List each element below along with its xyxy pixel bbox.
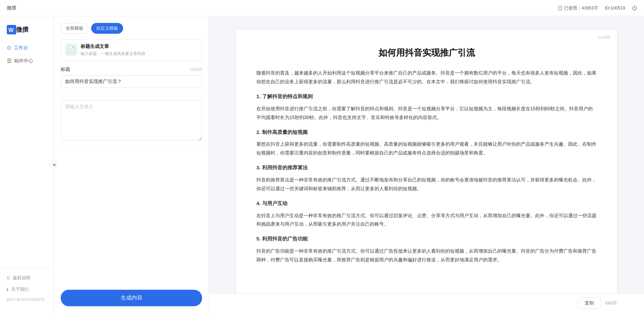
logo: W 微撰 — [0, 22, 54, 41]
title-input[interactable] — [61, 75, 202, 88]
section-4-heading: 4. 与用户互动 — [256, 199, 597, 208]
sidebar-item-about[interactable]: ℹ 关于我们 — [0, 284, 54, 295]
copyright-icon: © — [7, 276, 10, 281]
doc-page: 11/100 如何用抖音实现推广引流 随着抖音的普及，越来越多的人开始利用这个短… — [236, 30, 617, 293]
drafts-icon: ☰ — [7, 58, 11, 64]
template-card-title-article[interactable]: 📄 标题生成文章 输入标题，一键生成高质量文章内容 — [61, 39, 202, 61]
section-4-content: 在抖音上与用户互动是一种非常有效的推广引流方式。你可以通过回复评论、点赞、分享等… — [256, 211, 597, 229]
id-label: ID:100519 — [605, 5, 625, 10]
sidebar-item-workbench[interactable]: ⊙ 工作台 — [0, 41, 54, 54]
sidebar-item-copyright[interactable]: © 版权说明 — [0, 272, 54, 284]
tab-custom-templates[interactable]: 自定义模板 — [91, 23, 123, 34]
section-1-heading: 1. 了解抖音的特点和规则 — [256, 92, 597, 101]
sidebar-bottom: © 版权说明 ℹ 关于我们 皖ICP备2022018846号 — [0, 268, 54, 308]
section-3-content: 抖音的推荐算法是一种非常有效的推广引流方式。通过不断地发布和分享自己的短视频，你… — [256, 176, 597, 193]
section-3-heading: 3. 利用抖音的推荐算法 — [256, 163, 597, 172]
logo-text: 微撰 — [16, 26, 28, 34]
template-card-icon: 📄 — [65, 44, 77, 56]
word-count: 693字 — [605, 300, 617, 306]
icp-text: 皖ICP备2022018846号 — [0, 295, 54, 304]
left-panel: 全部模板 自定义模板 📄 标题生成文章 输入标题，一键生成高质量文章内容 标题 … — [54, 16, 209, 313]
right-footer: 复制 693字 — [209, 293, 644, 313]
content-textarea[interactable] — [61, 100, 202, 141]
document-icon: 📋 — [557, 5, 563, 10]
template-card-title: 标题生成文章 — [81, 44, 198, 50]
copy-button[interactable]: 复制 — [578, 297, 601, 309]
main-layout: W 微撰 ⊙ 工作台 ☰ 稿件中心 © 版权说明 ℹ 关于我们 皖ICP备202… — [0, 16, 644, 313]
section-5-heading: 5. 利用抖音的广告功能 — [256, 234, 597, 244]
power-icon[interactable]: ⏻ — [632, 5, 637, 11]
usage-info: 📋 已使用：43953字 — [557, 5, 598, 11]
usage-label: 已使用：43953字 — [564, 5, 598, 11]
sidebar-item-workbench-label: 工作台 — [14, 45, 28, 51]
svg-text:W: W — [8, 27, 14, 33]
title-label-text: 标题 — [61, 66, 70, 73]
document-scroll-area[interactable]: 11/100 如何用抖音实现推广引流 随着抖音的普及，越来越多的人开始利用这个短… — [209, 16, 644, 293]
sidebar-item-drafts-label: 稿件中心 — [14, 58, 33, 64]
collapse-sidebar-button[interactable]: ◀ — [50, 161, 58, 169]
about-label: 关于我们 — [11, 286, 29, 292]
generate-button[interactable]: 生成内容 — [61, 290, 202, 306]
template-tabs: 全部模板 自定义模板 — [61, 23, 202, 34]
page-counter: 11/100 — [598, 35, 610, 40]
template-card-content: 标题生成文章 输入标题，一键生成高质量文章内容 — [81, 44, 198, 57]
sidebar: W 微撰 ⊙ 工作台 ☰ 稿件中心 © 版权说明 ℹ 关于我们 皖ICP备202… — [0, 16, 54, 313]
sidebar-item-drafts[interactable]: ☰ 稿件中心 — [0, 54, 54, 67]
copyright-label: 版权说明 — [13, 275, 30, 281]
w-logo-icon: W — [7, 25, 16, 34]
doc-intro: 随着抖音的普及，越来越多的人开始利用这个短视频分享平台来推广自己的产品或服务。抖… — [256, 69, 597, 86]
right-panel: 11/100 如何用抖音实现推广引流 随着抖音的普及，越来越多的人开始利用这个短… — [209, 16, 644, 313]
topbar: 微撰 📋 已使用：43953字 ID:100519 ⏻ — [0, 0, 644, 16]
title-field-label: 标题 12/100 — [61, 66, 202, 73]
topbar-right: 📋 已使用：43953字 ID:100519 ⏻ — [557, 5, 637, 11]
divider — [61, 149, 202, 149]
doc-body: 随着抖音的普及，越来越多的人开始利用这个短视频分享平台来推广自己的产品或服务。抖… — [256, 69, 597, 264]
section-5-content: 抖音的广告功能是一种非常有效的推广引流方式。你可以通过广告投放来让更多的人看到你… — [256, 247, 597, 264]
sidebar-nav: ⊙ 工作台 ☰ 稿件中心 — [0, 41, 54, 268]
topbar-title: 微撰 — [7, 5, 16, 11]
section-2-heading: 2. 制作高质量的短视频 — [256, 127, 597, 137]
workbench-icon: ⊙ — [7, 45, 11, 51]
section-1-content: 在开始使用抖音进行推广引流之前，你需要了解抖音的特点和规则。抖音是一个短视频分享… — [256, 105, 597, 122]
tab-all-templates[interactable]: 全部模板 — [61, 23, 88, 34]
doc-title: 如何用抖音实现推广引流 — [256, 47, 597, 59]
template-card-desc: 输入标题，一键生成高质量文章内容 — [81, 51, 198, 57]
title-char-count: 12/100 — [190, 67, 202, 72]
about-icon: ℹ — [7, 287, 8, 292]
content-area: 全部模板 自定义模板 📄 标题生成文章 输入标题，一键生成高质量文章内容 标题 … — [54, 16, 644, 313]
section-2-content: 要想在抖音上获得更多的流量，你需要制作高质量的短视频。高质量的短视频能够吸引更多… — [256, 140, 597, 158]
